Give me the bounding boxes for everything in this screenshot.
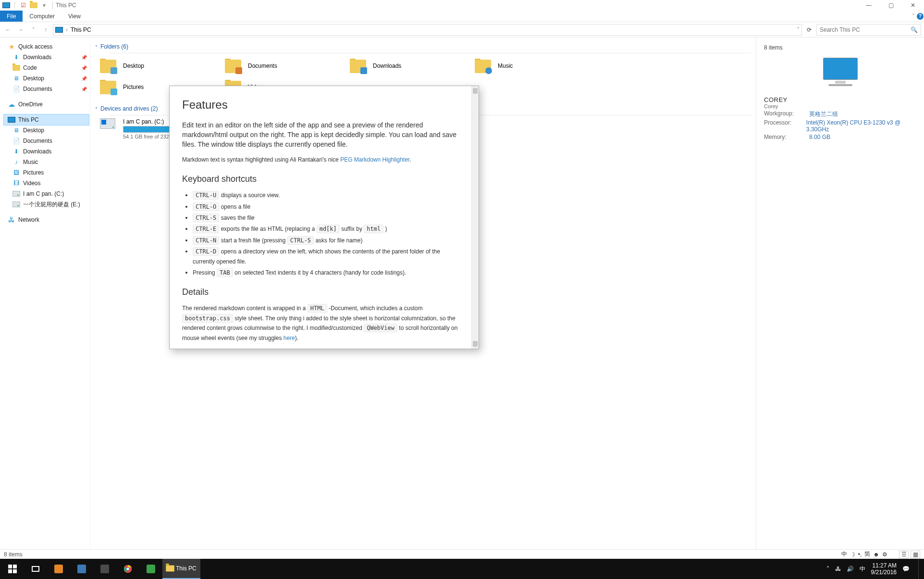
nav-label: Videos bbox=[23, 180, 40, 187]
tab-computer[interactable]: Computer bbox=[23, 11, 62, 22]
task-chrome[interactable] bbox=[116, 559, 139, 579]
pin-icon: 📌 bbox=[81, 55, 87, 60]
ime-punct-icon[interactable]: •, bbox=[858, 551, 862, 558]
heading-details: Details bbox=[182, 286, 459, 298]
search-box[interactable]: 🔍 bbox=[816, 24, 921, 36]
nav-pc-desktop[interactable]: 🖥Desktop bbox=[4, 125, 89, 136]
nav-forward-button[interactable]: → bbox=[15, 25, 26, 35]
computer-name-sub: Corey bbox=[764, 103, 916, 109]
ime-simplified-icon[interactable]: 简 bbox=[864, 550, 870, 558]
folder-icon bbox=[475, 59, 491, 73]
ime-lang-icon[interactable]: 中 bbox=[841, 550, 847, 558]
scroll-arrow-up[interactable] bbox=[473, 88, 478, 94]
tray-volume-icon[interactable]: 🔊 bbox=[847, 566, 854, 572]
shortcut-ctrl-s: CTRL-S saves the file bbox=[193, 213, 459, 222]
minimize-button[interactable]: — bbox=[858, 0, 880, 11]
shortcut-ctrl-e: CTRL-E exports the file as HTML (replaci… bbox=[193, 224, 459, 233]
nav-this-pc[interactable]: This PC bbox=[4, 114, 89, 125]
ime-face-icon[interactable]: ☻ bbox=[873, 551, 879, 558]
kv-processor-v: Intel(R) Xeon(R) CPU E3-1230 v3 @ 3.30GH… bbox=[806, 119, 916, 133]
view-tiles-button[interactable]: ▦ bbox=[911, 551, 920, 558]
chevron-right-icon[interactable]: › bbox=[66, 26, 68, 33]
refresh-button[interactable]: ⟳ bbox=[804, 25, 814, 35]
nav-pc-pictures[interactable]: 🖼Pictures bbox=[4, 167, 89, 178]
nav-back-button[interactable]: ← bbox=[3, 25, 13, 35]
maximize-button[interactable]: ▢ bbox=[880, 0, 902, 11]
shortcut-ctrl-o: CTRL-O opens a file bbox=[193, 201, 459, 211]
tray-ime-icon[interactable]: 中 bbox=[860, 565, 865, 573]
qat-properties-icon[interactable]: ☑ bbox=[19, 1, 27, 10]
scroll-arrow-down[interactable] bbox=[473, 341, 478, 347]
ime-moon-icon[interactable]: ☽ bbox=[850, 551, 855, 558]
breadcrumb-dropdown-icon[interactable]: ˅ bbox=[797, 26, 800, 33]
shortcut-tab: Pressing TAB on selected Text indents it… bbox=[193, 267, 459, 277]
ribbon-help-button[interactable]: ˅ ? bbox=[912, 11, 924, 22]
nav-pc-videos[interactable]: 🎞Videos bbox=[4, 178, 89, 189]
nav-qa-documents[interactable]: 📄 Documents 📌 bbox=[4, 84, 89, 94]
breadcrumb-pc-icon bbox=[55, 26, 63, 34]
main-pane: ˅ Folders (6) Desktop Documents Download… bbox=[90, 38, 756, 549]
show-desktop-button[interactable] bbox=[918, 559, 921, 579]
nav-network[interactable]: 🖧 Network bbox=[4, 214, 89, 225]
tray-chevron-up-icon[interactable]: ˄ bbox=[826, 566, 829, 572]
p-details-1: The rendered markdown content is wrapped… bbox=[182, 303, 459, 342]
breadcrumb-location[interactable]: This PC bbox=[71, 26, 91, 33]
drive-icon bbox=[12, 201, 20, 208]
tray-action-center-icon[interactable]: 💬 bbox=[902, 566, 910, 572]
folder-music[interactable]: Music bbox=[475, 56, 547, 76]
overlay-scrollbar[interactable] bbox=[471, 86, 479, 349]
folder-documents[interactable]: Documents bbox=[225, 56, 297, 76]
nav-pc-documents[interactable]: 📄Documents bbox=[4, 136, 89, 146]
breadcrumb[interactable]: › This PC ˅ bbox=[53, 24, 802, 36]
tab-view[interactable]: View bbox=[62, 11, 87, 22]
nav-qa-desktop[interactable]: 🖥 Desktop 📌 bbox=[4, 73, 89, 84]
close-button[interactable]: ✕ bbox=[902, 0, 924, 11]
task-app-1[interactable] bbox=[47, 559, 70, 579]
videos-icon: 🎞 bbox=[12, 179, 20, 187]
desktop-icon: 🖥 bbox=[12, 75, 20, 82]
ime-toolbar[interactable]: 中 ☽ •, 简 ☻ ⚙ bbox=[841, 550, 887, 558]
nav-quick-access[interactable]: ★ Quick access bbox=[4, 41, 89, 52]
nav-pc-drive-e[interactable]: 一个没屁用的硬盘 (E:) bbox=[4, 199, 89, 210]
nav-pc-drive-c[interactable]: I am C pan. (C:) bbox=[4, 189, 89, 199]
nav-qa-code[interactable]: Code 📌 bbox=[4, 63, 89, 73]
nav-pc-downloads[interactable]: ⬇Downloads bbox=[4, 146, 89, 157]
nav-pc-music[interactable]: ♪Music bbox=[4, 157, 89, 167]
markdown-preview-window[interactable]: Features Edit text in an editor on the l… bbox=[169, 86, 479, 349]
nav-up-button[interactable]: ↑ bbox=[40, 25, 51, 35]
computer-name: COREY bbox=[764, 96, 916, 103]
task-app-3[interactable] bbox=[93, 559, 116, 579]
folder-desktop[interactable]: Desktop bbox=[100, 56, 172, 76]
link-peg-highlighter[interactable]: PEG Markdown Highlighter bbox=[340, 156, 409, 163]
p-intro: Edit text in an editor on the left side … bbox=[182, 120, 459, 150]
nav-qa-downloads[interactable]: ⬇ Downloads 📌 bbox=[4, 52, 89, 63]
chevron-down-icon: ˅ bbox=[95, 107, 98, 112]
start-button[interactable] bbox=[1, 559, 24, 579]
folder-label: Downloads bbox=[373, 63, 401, 69]
heading-shortcuts: Keyboard shortcuts bbox=[182, 173, 459, 185]
nav-onedrive[interactable]: ☁ OneDrive bbox=[4, 99, 89, 110]
task-explorer[interactable]: This PC bbox=[162, 559, 200, 579]
tray-clock[interactable]: 11:27 AM 9/21/2016 bbox=[871, 562, 897, 576]
search-input[interactable] bbox=[820, 26, 911, 33]
folder-pictures[interactable]: Pictures bbox=[100, 77, 172, 97]
qat-separator-2 bbox=[52, 2, 53, 9]
qat-customize-icon[interactable]: ▾ bbox=[40, 1, 49, 10]
p-highlight: Markdown text is syntax highlighted usin… bbox=[182, 154, 459, 164]
nav-recent-button[interactable]: ˅ bbox=[28, 25, 38, 35]
folders-section-header[interactable]: ˅ Folders (6) bbox=[95, 43, 751, 50]
svg-rect-3 bbox=[13, 569, 17, 573]
kv-memory-k: Memory: bbox=[764, 134, 805, 140]
link-here[interactable]: here bbox=[283, 335, 295, 341]
folder-downloads[interactable]: Downloads bbox=[350, 56, 422, 76]
ime-gear-icon[interactable]: ⚙ bbox=[882, 551, 887, 558]
view-details-button[interactable]: ☰ bbox=[899, 551, 909, 558]
svg-rect-2 bbox=[8, 569, 12, 573]
tray-network-icon[interactable]: 🖧 bbox=[835, 566, 841, 572]
tab-file[interactable]: File bbox=[0, 11, 23, 22]
task-app-2[interactable] bbox=[70, 559, 93, 579]
search-icon[interactable]: 🔍 bbox=[911, 26, 918, 33]
task-app-5[interactable] bbox=[139, 559, 162, 579]
task-view-button[interactable] bbox=[24, 559, 47, 579]
qat-newfolder-icon[interactable] bbox=[29, 1, 38, 10]
